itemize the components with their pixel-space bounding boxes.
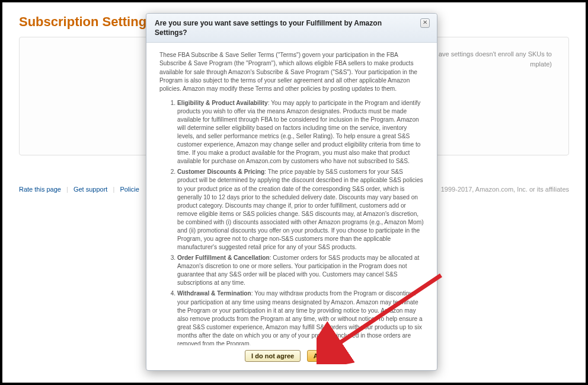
modal-title: Are you sure you want save settings to y… — [155, 18, 404, 37]
term-body: : The price payable by S&S customers for… — [177, 168, 424, 250]
term-title: Eligibility & Product Availability — [177, 100, 268, 106]
close-button[interactable]: ✕ — [420, 18, 430, 28]
terms-item: Order Fulfillment & Cancellation: Custom… — [177, 254, 424, 287]
terms-item: Eligibility & Product Availability: You … — [177, 99, 424, 166]
footer-separator: | — [66, 186, 68, 193]
term-title: Order Fulfillment & Cancellation — [177, 254, 270, 261]
disagree-button[interactable]: I do not agree — [245, 350, 301, 362]
agree-button[interactable]: Agree — [307, 350, 338, 362]
get-support-link[interactable]: Get support — [74, 186, 107, 193]
terms-item: Customer Discounts & Pricing: The price … — [177, 168, 424, 252]
term-body: : You may apply to participate in the Pr… — [177, 100, 421, 165]
terms-item: Withdrawal & Termination: You may withdr… — [177, 289, 424, 345]
terms-list: Eligibility & Product Availability: You … — [159, 99, 424, 346]
policies-link[interactable]: Policie — [120, 186, 139, 193]
confirm-settings-modal: Are you sure you want save settings to y… — [146, 13, 437, 371]
term-title: Withdrawal & Termination — [177, 290, 251, 297]
term-body: : You may withdraw products from the Pro… — [177, 290, 423, 345]
footer-copyright: 1999-2017, Amazon.com, Inc. or its affil… — [441, 186, 569, 193]
term-title: Customer Discounts & Pricing — [177, 168, 264, 175]
footer-links: Rate this page | Get support | Policie — [19, 186, 139, 193]
footer-separator: | — [113, 186, 114, 193]
rate-page-link[interactable]: Rate this page — [19, 186, 61, 193]
modal-body: These FBA Subscribe & Save Seller Terms … — [146, 43, 437, 345]
terms-intro: These FBA Subscribe & Save Seller Terms … — [159, 51, 424, 93]
